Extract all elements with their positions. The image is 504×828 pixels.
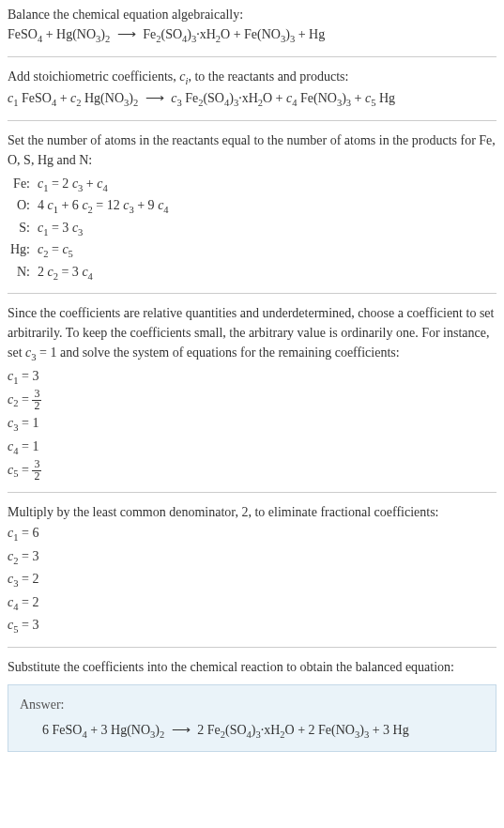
table-row: Hg: c2 = c5 — [8, 239, 496, 262]
balance-equation: c2 = c5 — [38, 239, 496, 262]
intro-section: Balance the chemical equation algebraica… — [8, 5, 496, 47]
balance-equation: 2 c2 = 3 c4 — [38, 262, 496, 284]
element-label: O: — [8, 195, 38, 218]
step4-section: Multiply by the least common denominator… — [8, 502, 496, 637]
coefficient-line: c2 = 3 — [8, 546, 496, 569]
coef-value: 3 — [32, 549, 38, 563]
coef-value: 3 — [32, 369, 38, 383]
table-row: S: c1 = 3 c3 — [8, 218, 496, 240]
step4-text: Multiply by the least common denominator… — [8, 502, 496, 522]
coefficient-line: c3 = 1 — [8, 413, 496, 436]
element-label: S: — [8, 218, 38, 240]
divider — [8, 492, 496, 493]
element-label: Fe: — [8, 174, 38, 196]
table-row: N: 2 c2 = 3 c4 — [8, 262, 496, 284]
atom-balance-table: Fe: c1 = 2 c3 + c4 O: 4 c1 + 6 c2 = 12 c… — [8, 174, 496, 284]
coefficients-list: c1 = 3 c2 = 32 c3 = 1 c4 = 1 c5 = 32 — [8, 366, 496, 483]
coefficients-list: c1 = 6 c2 = 3 c3 = 2 c4 = 2 c5 = 3 — [8, 523, 496, 637]
coefficient-line: c1 = 6 — [8, 523, 496, 545]
coef-value: 2 — [32, 572, 38, 586]
coefficient-line: c1 = 3 — [8, 366, 496, 389]
answer-label: Answer: — [20, 695, 484, 714]
coefficient-line: c4 = 1 — [8, 437, 496, 459]
answer-box: Answer: 6 FeSO4 + 3 Hg(NO3)2 ⟶ 2 Fe2(SO4… — [8, 684, 496, 753]
table-row: O: 4 c1 + 6 c2 = 12 c3 + 9 c4 — [8, 195, 496, 218]
table-row: Fe: c1 = 2 c3 + c4 — [8, 174, 496, 196]
step1-equation: c1 FeSO4 + c2 Hg(NO3)2 ⟶ c3 Fe2(SO4)3·xH… — [8, 88, 496, 111]
coef-value: 2 — [32, 595, 38, 609]
fraction: 32 — [32, 389, 41, 412]
divider — [8, 120, 496, 121]
balance-equation: 4 c1 + 6 c2 = 12 c3 + 9 c4 — [38, 195, 496, 218]
step3-section: Since the coefficients are relative quan… — [8, 303, 496, 483]
divider — [8, 293, 496, 294]
coefficient-line: c4 = 2 — [8, 592, 496, 615]
divider — [8, 56, 496, 57]
answer-equation: 6 FeSO4 + 3 Hg(NO3)2 ⟶ 2 Fe2(SO4)3·xH2O … — [20, 720, 484, 743]
intro-text: Balance the chemical equation algebraica… — [8, 5, 496, 24]
element-label: Hg: — [8, 239, 38, 262]
balance-equation: c1 = 3 c3 — [38, 218, 496, 240]
fraction: 32 — [32, 459, 41, 483]
step5-text: Substitute the coefficients into the che… — [8, 657, 496, 677]
coefficient-line: c3 = 2 — [8, 569, 496, 591]
coefficient-line: c2 = 32 — [8, 389, 496, 412]
step1-section: Add stoichiometric coefficients, ci, to … — [8, 67, 496, 111]
step1-text: Add stoichiometric coefficients, ci, to … — [8, 67, 496, 89]
balance-equation: c1 = 2 c3 + c4 — [38, 174, 496, 196]
step3-text: Since the coefficients are relative quan… — [8, 303, 496, 365]
coef-value: 3 — [32, 618, 38, 632]
coefficient-line: c5 = 32 — [8, 459, 496, 483]
element-label: N: — [8, 262, 38, 284]
coef-value: 1 — [32, 439, 38, 453]
step5-section: Substitute the coefficients into the che… — [8, 657, 496, 677]
coefficient-line: c5 = 3 — [8, 615, 496, 637]
divider — [8, 647, 496, 648]
coef-value: 6 — [32, 526, 38, 540]
step2-section: Set the number of atoms in the reactants… — [8, 130, 496, 284]
step2-text: Set the number of atoms in the reactants… — [8, 130, 496, 170]
coef-value: 1 — [32, 416, 38, 430]
intro-equation: FeSO4 + Hg(NO3)2 ⟶ Fe2(SO4)3·xH2O + Fe(N… — [8, 24, 496, 47]
